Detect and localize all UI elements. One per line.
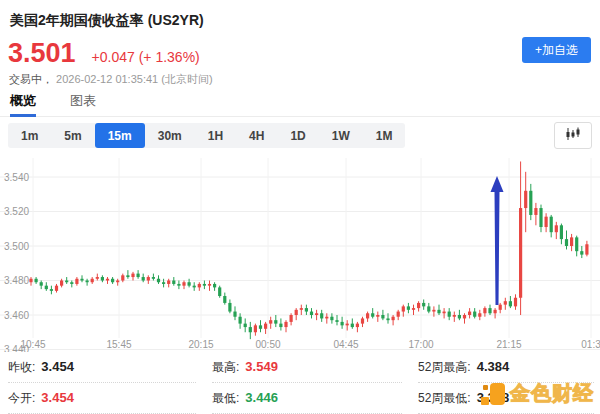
tabs: 概览图表	[0, 92, 600, 117]
candle	[106, 279, 109, 281]
candle	[147, 277, 150, 280]
stat-label: 52周最高:	[418, 359, 471, 376]
stat-value: 4.384	[477, 359, 510, 374]
candle	[539, 208, 542, 227]
x-axis-label: 10:45	[20, 339, 45, 350]
candle	[371, 313, 374, 316]
candle	[305, 308, 308, 311]
candle	[437, 310, 440, 313]
candle	[351, 324, 354, 327]
candle	[126, 275, 129, 277]
timeframe-button-1m[interactable]: 1m	[8, 123, 51, 148]
stat-value: 3.446	[245, 390, 278, 405]
stat-cell: 今开:3.454	[8, 383, 196, 414]
candle	[417, 303, 420, 308]
x-axis-label: 20:15	[188, 339, 213, 350]
tab-overview[interactable]: 概览	[10, 92, 36, 117]
candle	[101, 277, 104, 280]
y-axis-label: 3.480	[4, 275, 29, 286]
stat-label: 最高:	[212, 359, 239, 376]
price-change: +0.047 (+ 1.36%)	[92, 49, 200, 65]
candle	[157, 279, 160, 282]
candle	[458, 315, 461, 318]
candle	[218, 287, 221, 296]
stat-label: 最低:	[212, 390, 239, 407]
candle	[427, 306, 430, 311]
candle	[264, 324, 267, 329]
candle	[65, 281, 68, 283]
stat-value: 3.454	[41, 390, 74, 405]
candle	[356, 324, 359, 327]
candle	[580, 251, 583, 254]
candle	[422, 303, 425, 306]
candle	[228, 303, 231, 312]
candle	[335, 320, 338, 322]
stat-value: 3.454	[41, 359, 74, 374]
candle	[555, 225, 558, 232]
last-price: 3.501	[8, 38, 76, 69]
candle	[514, 298, 517, 307]
stat-cell: 52周最高:4.384	[418, 352, 594, 383]
timeframe-button-5m[interactable]: 5m	[51, 123, 94, 148]
candle	[233, 312, 236, 317]
candle	[177, 284, 180, 286]
timeframe-button-1M[interactable]: 1M	[363, 123, 406, 148]
candle	[519, 208, 522, 298]
candle	[300, 308, 303, 310]
timeframe-button-1W[interactable]: 1W	[319, 123, 363, 148]
timeframe-button-1D[interactable]: 1D	[277, 123, 318, 148]
y-axis-label: 3.520	[4, 206, 29, 217]
jinse-logo-text: 金色财经	[510, 380, 594, 407]
candle	[325, 317, 328, 319]
candle	[585, 244, 588, 254]
candle	[172, 281, 175, 284]
stat-cell: 昨收:3.454	[8, 352, 196, 383]
candle	[137, 274, 140, 277]
x-axis-label: 00:50	[255, 339, 280, 350]
candle	[249, 327, 252, 332]
candle	[35, 279, 38, 282]
x-axis-label: 21:15	[496, 339, 521, 350]
chart-area[interactable]: 3.5403.5203.5003.4803.4603.44010:4515:45…	[0, 150, 600, 352]
y-axis-label: 3.540	[4, 172, 29, 183]
x-axis-label: 15:45	[106, 339, 131, 350]
candle	[70, 282, 73, 284]
candle	[346, 324, 349, 326]
candle	[40, 282, 43, 285]
add-watchlist-button[interactable]: +加自选	[522, 37, 591, 63]
chart-style-button[interactable]	[554, 122, 592, 149]
candle	[565, 239, 568, 246]
candle	[274, 320, 277, 323]
candle	[310, 312, 313, 315]
timeframe-button-4H[interactable]: 4H	[236, 123, 277, 148]
candle	[560, 225, 563, 239]
candle	[223, 296, 226, 303]
candle	[412, 308, 415, 310]
timeframe-button-1H[interactable]: 1H	[195, 123, 236, 148]
candle	[254, 325, 257, 332]
candle	[152, 277, 155, 279]
candle	[244, 324, 247, 327]
candle	[361, 318, 364, 323]
candle	[494, 310, 497, 313]
stat-cell: 最高:3.549	[212, 352, 402, 383]
candle	[269, 320, 272, 323]
timeframe-button-15m[interactable]: 15m	[95, 123, 145, 148]
candle	[142, 277, 145, 280]
candle	[550, 217, 553, 233]
candle	[91, 279, 94, 282]
candle	[545, 217, 548, 227]
candle	[381, 315, 384, 318]
tab-chart[interactable]: 图表	[70, 92, 96, 114]
candle	[575, 237, 578, 251]
stat-value: 3.549	[245, 359, 278, 374]
instrument-title: 美国2年期国债收益率 (US2YR)	[10, 12, 204, 30]
candle	[392, 317, 395, 320]
timeframe-button-30m[interactable]: 30m	[145, 123, 195, 148]
candle	[509, 301, 512, 306]
candle	[376, 315, 379, 317]
price-row: 3.501 +0.047 (+ 1.36%)	[8, 38, 200, 69]
candle	[290, 315, 293, 322]
candle	[468, 312, 471, 315]
candle	[80, 279, 83, 281]
